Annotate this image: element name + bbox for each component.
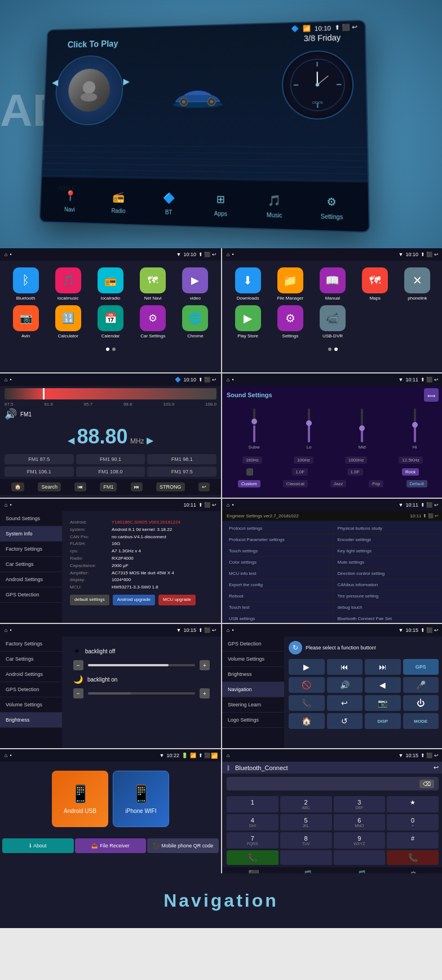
bt-key-4[interactable]: 4 GHI <box>227 814 279 830</box>
eq-rock[interactable]: Rock <box>402 468 419 476</box>
eng-color[interactable]: Color settings <box>224 557 333 568</box>
sidebar-bright2[interactable]: Brightness <box>222 667 284 682</box>
hi-track[interactable] <box>414 408 416 442</box>
gps-next-btn[interactable]: ⏭ <box>365 659 401 675</box>
app-avin[interactable]: 📷 Avin <box>7 305 45 339</box>
eng-key-light[interactable]: Key light settings <box>333 546 441 556</box>
bt-key-2[interactable]: 2 ABC <box>280 796 332 812</box>
app-maps[interactable]: 🗺 Maps <box>356 267 394 301</box>
bt-key-1[interactable]: 1 <box>227 796 279 812</box>
iphone-wifi-option[interactable]: 📱 iPhone WIFI 📶 <box>113 771 169 827</box>
gps-vol-up-btn[interactable]: 🔊 <box>327 677 363 693</box>
backlight-on-track[interactable] <box>88 692 195 695</box>
backlight-on-minus[interactable]: − <box>73 688 83 698</box>
app-usbdvr[interactable]: 📹 USB-DVR <box>313 305 351 339</box>
bt-key-3[interactable]: 3 DEF <box>334 796 386 812</box>
app-carsettings[interactable]: ⚙ Car Settings <box>134 305 172 339</box>
bt-key-5[interactable]: 5 JKL <box>280 814 332 830</box>
sidebar-gps[interactable]: GPS Detection <box>0 587 62 603</box>
backlight-off-minus[interactable]: − <box>73 660 83 670</box>
hero-nav-music[interactable]: 🎵 Music <box>266 191 284 218</box>
hero-click-play[interactable]: Click To Play <box>68 39 118 50</box>
mcu-upgrade-btn[interactable]: MCU upgrade <box>158 595 196 605</box>
backlight-off-track[interactable] <box>88 664 195 666</box>
gps-disp-btn[interactable]: DISP <box>365 713 401 729</box>
bt-back-btn[interactable]: ↩ <box>434 764 439 771</box>
mid-track[interactable] <box>361 408 363 442</box>
preset-2[interactable]: FM1 90.1 <box>76 454 145 464</box>
sidebar-android2[interactable]: Android Settings <box>0 667 62 682</box>
radio-next-icon[interactable]: ▶ <box>147 436 153 445</box>
eq-125khz[interactable]: 12.5KHz <box>399 456 423 464</box>
radio-next-btn[interactable]: ⏭ <box>131 482 143 491</box>
lo-thumb[interactable] <box>306 420 312 426</box>
default-settings-btn[interactable]: default settings <box>70 595 109 605</box>
gps-home-btn[interactable]: 🏠 <box>289 713 325 729</box>
eq-100hz[interactable]: 100Hz <box>294 456 313 464</box>
bt-key-star[interactable]: ★ <box>387 796 439 812</box>
hero-next-btn[interactable]: ▶ <box>123 76 130 86</box>
sidebar-android[interactable]: Android Settings <box>0 572 62 587</box>
radio-prev-icon[interactable]: ◀ <box>68 436 74 445</box>
eq-160hz[interactable]: 160Hz <box>242 456 262 464</box>
app-bluetooth[interactable]: ᛒ Bluetooth <box>7 267 45 301</box>
eq-val2[interactable]: 1.0F <box>347 468 363 476</box>
lo-track[interactable] <box>308 408 310 442</box>
eng-debug-touch[interactable]: debug touch <box>333 602 441 613</box>
bt-call-btn[interactable]: 📞 <box>227 850 279 865</box>
app-netnavi[interactable]: 🗺 Net Navi <box>134 267 172 301</box>
bt-key-8[interactable]: 8 TUV <box>280 832 332 849</box>
eng-export[interactable]: Export the config <box>224 579 333 590</box>
qr-code-btn[interactable]: ⬛ Mobile phone QR code <box>147 838 219 853</box>
eng-usb[interactable]: USB settings <box>224 613 333 623</box>
preset-3[interactable]: FM1 98.1 <box>147 454 216 464</box>
gps-camera-btn[interactable]: 📷 <box>365 695 401 711</box>
app-calendar[interactable]: 📅 Calendar <box>91 305 129 339</box>
app-localmusic[interactable]: 🎵 localmusic <box>49 267 87 301</box>
eng-protocol[interactable]: Protocol settings <box>224 523 333 534</box>
eq-custom-active[interactable] <box>246 468 253 476</box>
bt-key-6[interactable]: 6 MNO <box>334 814 386 830</box>
radio-fm1-btn[interactable]: FM1 <box>100 482 117 491</box>
radio-prev-btn[interactable]: ⏮ <box>74 482 86 491</box>
app-downloads[interactable]: ⬇ Downloads <box>229 267 267 301</box>
eng-protocol-param[interactable]: Protocol Parameter settings <box>224 534 333 545</box>
bt-bottom-icon2[interactable]: 🎵 <box>302 869 313 873</box>
backlight-on-plus[interactable]: + <box>200 688 210 698</box>
about-btn[interactable]: ℹ About <box>2 838 74 853</box>
eq-preset-jazz[interactable]: Jazz <box>330 480 346 487</box>
eq-default-btn[interactable]: Default <box>406 480 427 487</box>
app-calculator[interactable]: 🔢 Calculator <box>49 305 87 339</box>
preset-1[interactable]: FM1 87.5 <box>5 454 74 464</box>
eq-preset-custom[interactable]: Custom <box>238 480 260 487</box>
eq-val1[interactable]: 1.0F <box>292 468 308 476</box>
gps-prev-btn[interactable]: ⏮ <box>327 659 363 675</box>
sidebar-brightness[interactable]: Brightness <box>0 713 62 728</box>
bt-endcall-btn[interactable]: 📞 <box>387 850 439 865</box>
eq-preset-classical[interactable]: Classical <box>283 480 308 487</box>
sidebar-factory[interactable]: Factory Settings <box>0 542 62 557</box>
android-usb-option[interactable]: 📱 Android USB <box>52 771 108 827</box>
bt-key-7[interactable]: 7 PQRS <box>227 832 279 849</box>
eng-direction[interactable]: Direction control setting <box>333 568 441 579</box>
sidebar-factory2[interactable]: Factory Settings <box>0 636 62 652</box>
bt-bottom-icon1[interactable]: ⬛ <box>248 869 259 873</box>
eng-touch-test[interactable]: Touch test <box>224 602 333 613</box>
android-upgrade-btn[interactable]: Android upgrade <box>113 595 155 605</box>
gps-vol-down-btn[interactable]: ◀ <box>365 677 401 693</box>
eng-phys-buttons[interactable]: Physical buttons study <box>333 523 441 534</box>
hero-nav-bt[interactable]: 🔷 BT <box>160 189 177 216</box>
subw-track[interactable] <box>253 408 255 442</box>
eng-canbus[interactable]: CANbus information <box>333 579 441 590</box>
hero-nav-apps[interactable]: ⊞ Apps <box>212 190 229 217</box>
sound-eq-toggle[interactable]: ⟺ <box>424 388 439 402</box>
gps-gps-btn[interactable]: GPS <box>403 659 439 675</box>
file-receiver-btn[interactable]: 📥 File Receiver <box>75 838 147 853</box>
sidebar-nav[interactable]: Navigation <box>222 682 284 697</box>
preset-4[interactable]: FM1 106.1 <box>5 467 74 477</box>
sidebar-gps2[interactable]: GPS Detection <box>0 682 62 697</box>
sidebar-volume[interactable]: Volume Settings <box>0 697 62 713</box>
app-phonelink[interactable]: ✕ phonelink <box>399 267 436 301</box>
sidebar-volume2[interactable]: Volume Settings <box>222 652 284 667</box>
app-filemanager[interactable]: 📁 File Manager <box>271 267 309 301</box>
